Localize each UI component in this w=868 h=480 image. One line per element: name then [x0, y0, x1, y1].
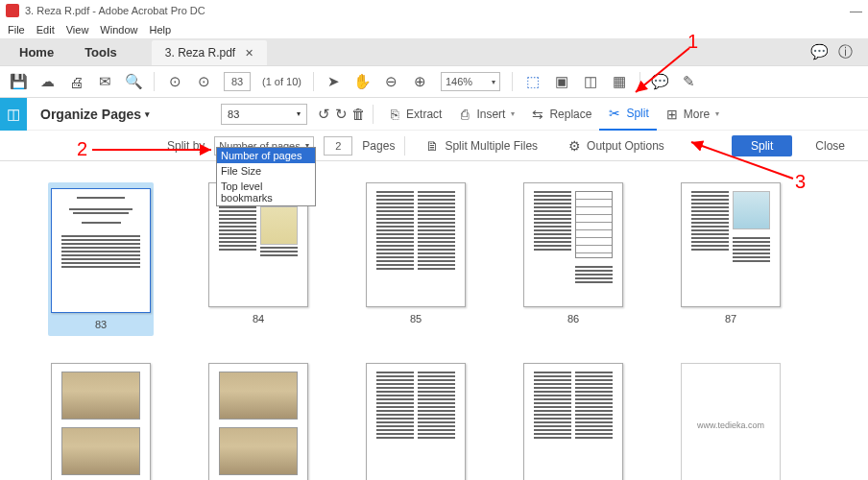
gear-icon: ⚙ — [567, 138, 582, 154]
separator — [639, 72, 640, 91]
tab-document[interactable]: 3. Reza R.pdf ✕ — [152, 40, 267, 65]
page-down-icon[interactable]: ⊙ — [195, 73, 212, 90]
zoom-select[interactable]: 146%▾ — [441, 72, 500, 91]
thumb-label: 83 — [95, 319, 107, 330]
print-icon[interactable]: 🖨 — [67, 73, 84, 90]
thumbnail-86[interactable]: 86 — [520, 182, 626, 336]
minimize-button[interactable]: — — [850, 4, 862, 18]
thumbnail-91[interactable] — [520, 363, 626, 480]
separator — [512, 72, 513, 91]
app-icon — [6, 4, 19, 17]
pointer-icon[interactable]: ➤ — [326, 73, 343, 90]
extract-icon: ⎘ — [387, 107, 402, 122]
organize-page-select[interactable]: 83▾ — [221, 104, 307, 125]
comment-icon[interactable]: 💬 — [652, 73, 669, 90]
sign-icon[interactable]: ✎ — [681, 73, 698, 90]
watermark-page: www.tedieka.com — [681, 363, 781, 480]
tab-tools[interactable]: Tools — [69, 39, 133, 65]
tab-document-label: 3. Reza R.pdf — [165, 46, 235, 60]
multiple-files-icon: 🗎 — [424, 138, 440, 154]
chart-placeholder — [733, 191, 770, 229]
thumbnail-89[interactable] — [205, 363, 311, 480]
rotate-cw-icon[interactable]: ↻ — [332, 106, 350, 123]
thumb-label: 84 — [253, 313, 264, 324]
close-tab-icon[interactable]: ✕ — [245, 47, 253, 60]
page-up-icon[interactable]: ⊙ — [166, 73, 183, 90]
thumb-label: 86 — [567, 313, 579, 324]
split-multiple-button[interactable]: 🗎Split Multiple Files — [415, 138, 547, 154]
titlebar: 3. Reza R.pdf - Adobe Acrobat Pro DC — — [0, 0, 868, 21]
thumbnail-88[interactable] — [48, 363, 154, 480]
menubar: File Edit View Window Help — [0, 21, 868, 38]
separator — [373, 105, 374, 124]
tabbar: Home Tools 3. Reza R.pdf ✕ 💬 ⓘ — [0, 38, 868, 65]
thumbnail-92[interactable]: www.tedieka.com — [678, 363, 784, 480]
email-icon[interactable]: ✉ — [96, 73, 113, 90]
dropdown-option-bookmarks[interactable]: Top level bookmarks — [217, 179, 315, 205]
more-button[interactable]: ⊞More▾ — [657, 98, 727, 131]
separator — [313, 72, 314, 91]
menu-view[interactable]: View — [66, 24, 89, 36]
split-by-label: Split by — [167, 139, 205, 153]
thumb-label: 85 — [410, 313, 422, 324]
split-pages-input[interactable]: 2 — [324, 136, 352, 156]
view-mode-icon[interactable]: ◫ — [582, 73, 599, 90]
view-mode2-icon[interactable]: ▦ — [611, 73, 628, 90]
thumbnail-83[interactable]: 83 — [48, 182, 154, 336]
dropdown-option-filesize[interactable]: File Size — [217, 163, 315, 179]
separator — [154, 72, 155, 91]
page-number-input[interactable]: 83 — [224, 72, 251, 91]
save-icon[interactable]: 💾 — [10, 73, 27, 90]
delete-icon[interactable]: 🗑 — [350, 106, 367, 123]
close-button[interactable]: Close — [802, 139, 858, 153]
zoom-in-icon[interactable]: ⊕ — [412, 73, 429, 90]
zoom-out-icon[interactable]: ⊖ — [383, 73, 400, 90]
page-count: (1 of 10) — [262, 76, 301, 87]
thumb-label: 87 — [725, 313, 736, 324]
cross-section-placeholder — [61, 427, 140, 475]
menu-file[interactable]: File — [8, 24, 25, 36]
main-toolbar: 💾 ☁ 🖨 ✉ 🔍 ⊙ ⊙ 83 (1 of 10) ➤ ✋ ⊖ ⊕ 146%▾… — [0, 65, 868, 98]
output-options-button[interactable]: ⚙Output Options — [557, 138, 674, 154]
insert-button[interactable]: ⎙Insert▾ — [449, 98, 522, 131]
replace-button[interactable]: ⇆Replace — [522, 98, 599, 131]
split-button[interactable]: ✂Split — [599, 98, 656, 131]
fit-width-icon[interactable]: ⬚ — [524, 73, 542, 90]
menu-edit[interactable]: Edit — [36, 24, 55, 36]
separator — [404, 136, 405, 156]
thumbnails-area: 83 84 85 86 — [0, 163, 868, 480]
search-icon[interactable]: 🔍 — [125, 73, 142, 90]
split-mode-dropdown: Number of pages File Size Top level book… — [216, 147, 316, 206]
insert-icon: ⎙ — [457, 107, 472, 122]
split-confirm-button[interactable]: Split — [732, 135, 792, 156]
cloud-icon[interactable]: ☁ — [38, 73, 56, 90]
dropdown-option-pages[interactable]: Number of pages — [217, 148, 315, 163]
chat-icon[interactable]: 💬 — [810, 43, 829, 61]
split-toolbar: Split by Number of pages▾ 2 Pages 🗎Split… — [0, 131, 868, 161]
cross-section-placeholder — [61, 372, 140, 420]
cross-section-placeholder — [219, 372, 298, 420]
thumbnail-87[interactable]: 87 — [678, 182, 784, 336]
more-icon: ⊞ — [664, 107, 680, 122]
rotate-ccw-icon[interactable]: ↺ — [315, 106, 332, 123]
help-icon[interactable]: ⓘ — [838, 43, 853, 61]
organize-side-icon[interactable]: ◫ — [0, 98, 27, 131]
table-placeholder — [575, 191, 613, 258]
fit-page-icon[interactable]: ▣ — [553, 73, 570, 90]
cross-section-placeholder — [219, 427, 298, 475]
thumbnail-85[interactable]: 85 — [363, 182, 469, 336]
scissors-icon: ✂ — [607, 106, 622, 121]
split-pages-label: Pages — [362, 139, 395, 153]
hand-icon[interactable]: ✋ — [354, 73, 372, 90]
organize-title[interactable]: Organize Pages▾ — [27, 107, 163, 122]
window-title: 3. Reza R.pdf - Adobe Acrobat Pro DC — [25, 5, 205, 16]
extract-button[interactable]: ⎘Extract — [379, 98, 449, 131]
tab-home[interactable]: Home — [4, 39, 69, 65]
thumbnail-90[interactable] — [363, 363, 469, 480]
menu-window[interactable]: Window — [100, 24, 137, 36]
replace-icon: ⇆ — [530, 107, 545, 122]
map-placeholder — [260, 206, 298, 245]
menu-help[interactable]: Help — [149, 24, 171, 36]
organize-toolbar: ◫ Organize Pages▾ 83▾ ↺ ↻ 🗑 ⎘Extract ⎙In… — [0, 98, 868, 131]
window-controls: — — [850, 4, 862, 18]
